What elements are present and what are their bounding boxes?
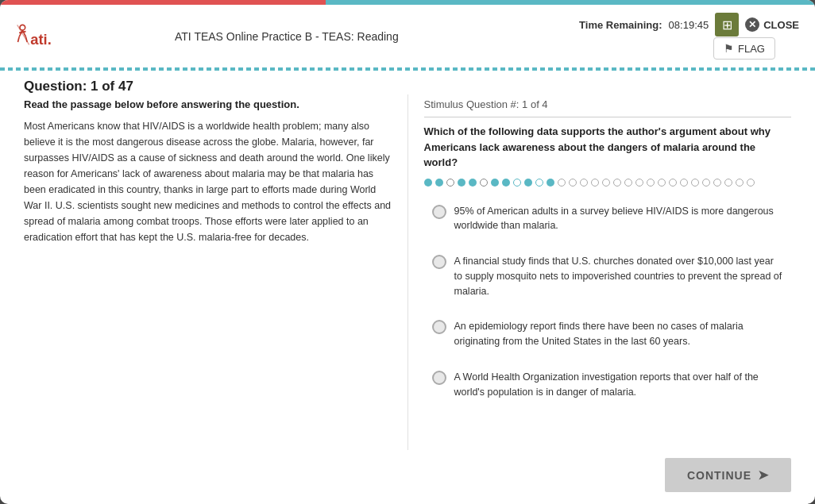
dot-22 bbox=[658, 179, 666, 187]
flag-label: FLAG bbox=[738, 43, 765, 55]
dot-26 bbox=[702, 179, 710, 187]
radio-a[interactable] bbox=[432, 205, 446, 219]
dot-24 bbox=[680, 179, 688, 187]
timer-area: Time Remaining: 08:19:45 bbox=[579, 19, 709, 31]
answer-text-a: 95% of American adults in a survey belie… bbox=[454, 204, 784, 234]
dot-16 bbox=[591, 179, 599, 187]
dot-8 bbox=[502, 179, 510, 187]
passage-instruction: Read the passage below before answering … bbox=[24, 98, 392, 110]
header-title: ATI TEAS Online Practice B - TEAS: Readi… bbox=[175, 30, 579, 43]
footer: CONTINUE ➤ bbox=[0, 450, 815, 504]
dot-4 bbox=[458, 179, 465, 187]
answer-options: 95% of American adults in a survey belie… bbox=[424, 198, 792, 406]
dot-3 bbox=[446, 179, 454, 187]
right-panel: Stimulus Question #: 1 of 4 Which of the… bbox=[424, 94, 792, 450]
dot-21 bbox=[647, 179, 655, 187]
passage-text: Most Americans know that HIV/AIDS is a w… bbox=[24, 118, 392, 245]
progress-dots bbox=[424, 179, 792, 187]
dot-11 bbox=[535, 179, 543, 187]
dot-10 bbox=[524, 179, 532, 187]
svg-line-7 bbox=[17, 25, 29, 44]
answer-option-c[interactable]: An epidemiology report finds there have … bbox=[424, 313, 792, 356]
radio-c[interactable] bbox=[432, 320, 446, 334]
dot-5 bbox=[469, 179, 477, 187]
dot-13 bbox=[558, 179, 566, 187]
close-button[interactable]: ✕ CLOSE bbox=[745, 17, 799, 32]
header: ati. ATI TEAS Online Practice B - TEAS: … bbox=[0, 5, 815, 67]
answer-text-d: A World Health Organization investigatio… bbox=[454, 370, 784, 400]
dot-12 bbox=[547, 179, 554, 187]
flag-button[interactable]: ⚑ FLAG bbox=[713, 37, 775, 60]
close-icon: ✕ bbox=[745, 17, 759, 32]
question-number: Question: 1 of 47 bbox=[24, 79, 133, 94]
dot-23 bbox=[669, 179, 677, 187]
question-bar: Question: 1 of 47 bbox=[0, 71, 815, 94]
dot-19 bbox=[624, 179, 632, 187]
dot-27 bbox=[713, 179, 721, 187]
svg-text:ati.: ati. bbox=[30, 31, 51, 48]
dot-6 bbox=[480, 179, 488, 187]
svg-point-1 bbox=[20, 25, 25, 30]
dot-25 bbox=[691, 179, 699, 187]
dot-28 bbox=[724, 179, 732, 187]
svg-line-5 bbox=[18, 37, 20, 42]
answer-option-d[interactable]: A World Health Organization investigatio… bbox=[424, 364, 792, 406]
dot-20 bbox=[635, 179, 643, 187]
answer-text-c: An epidemiology report finds there have … bbox=[454, 319, 784, 349]
dot-7 bbox=[491, 179, 499, 187]
continue-label: CONTINUE bbox=[687, 469, 751, 482]
radio-d[interactable] bbox=[432, 371, 446, 385]
question-text: Which of the following data supports the… bbox=[424, 124, 792, 171]
stimulus-header: Stimulus Question #: 1 of 4 bbox=[424, 98, 792, 117]
close-label: CLOSE bbox=[763, 19, 799, 31]
calculator-icon[interactable]: ⊞ bbox=[715, 13, 739, 37]
dot-29 bbox=[736, 179, 744, 187]
dot-15 bbox=[580, 179, 588, 187]
main-content: Read the passage below before answering … bbox=[0, 94, 815, 450]
answer-text-b: A financial study finds that U.S. church… bbox=[454, 254, 784, 298]
ati-logo: ati. bbox=[16, 18, 56, 54]
dot-2 bbox=[435, 179, 443, 187]
answer-option-b[interactable]: A financial study finds that U.S. church… bbox=[424, 248, 792, 305]
time-value: 08:19:45 bbox=[669, 19, 709, 31]
main-window: ati. ATI TEAS Online Practice B - TEAS: … bbox=[0, 0, 815, 504]
svg-line-4 bbox=[19, 32, 25, 33]
dot-1 bbox=[424, 179, 432, 187]
dot-18 bbox=[613, 179, 621, 187]
time-remaining-label: Time Remaining: bbox=[579, 19, 662, 31]
continue-button[interactable]: CONTINUE ➤ bbox=[665, 458, 791, 492]
logo-area: ati. bbox=[16, 18, 175, 54]
radio-b[interactable] bbox=[432, 255, 446, 269]
dot-30 bbox=[747, 179, 755, 187]
dot-14 bbox=[569, 179, 577, 187]
header-right: Time Remaining: 08:19:45 ⊞ ✕ CLOSE ⚑ FLA… bbox=[579, 13, 799, 60]
dot-9 bbox=[513, 179, 521, 187]
flag-icon: ⚑ bbox=[724, 42, 734, 55]
answer-option-a[interactable]: 95% of American adults in a survey belie… bbox=[424, 198, 792, 240]
dot-17 bbox=[602, 179, 610, 187]
left-panel: Read the passage below before answering … bbox=[24, 94, 408, 450]
continue-arrow-icon: ➤ bbox=[758, 467, 769, 483]
